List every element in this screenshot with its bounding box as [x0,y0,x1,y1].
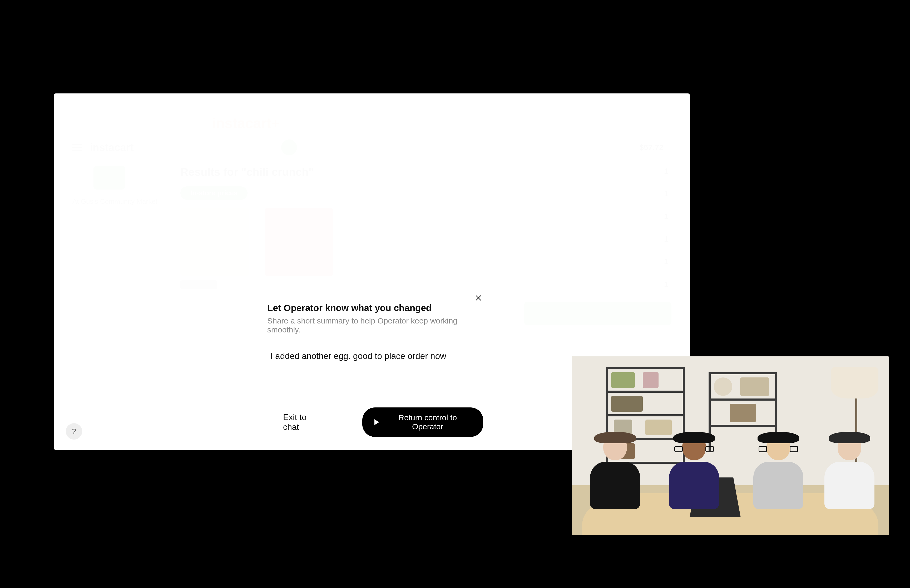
help-bubble-label: ? [72,427,76,436]
person [590,434,640,509]
handoff-modal: Let Operator know what you changed Share… [262,287,488,450]
person [824,434,874,509]
webcam-pip [572,356,889,535]
return-control-button[interactable]: Return control to Operator [362,407,483,437]
person [669,434,719,509]
return-control-label: Return control to Operator [385,413,471,431]
modal-subtitle: Share a short summary to help Operator k… [267,317,483,334]
play-icon [375,419,379,425]
summary-input-wrap[interactable] [267,349,483,363]
lamp-shade [831,367,878,399]
person [753,434,803,509]
exit-to-chat-link[interactable]: Exit to chat [283,412,323,432]
close-icon[interactable] [473,292,484,304]
help-bubble[interactable]: ? [66,423,82,439]
summary-input[interactable] [267,349,483,363]
modal-title: Let Operator know what you changed [267,303,483,313]
